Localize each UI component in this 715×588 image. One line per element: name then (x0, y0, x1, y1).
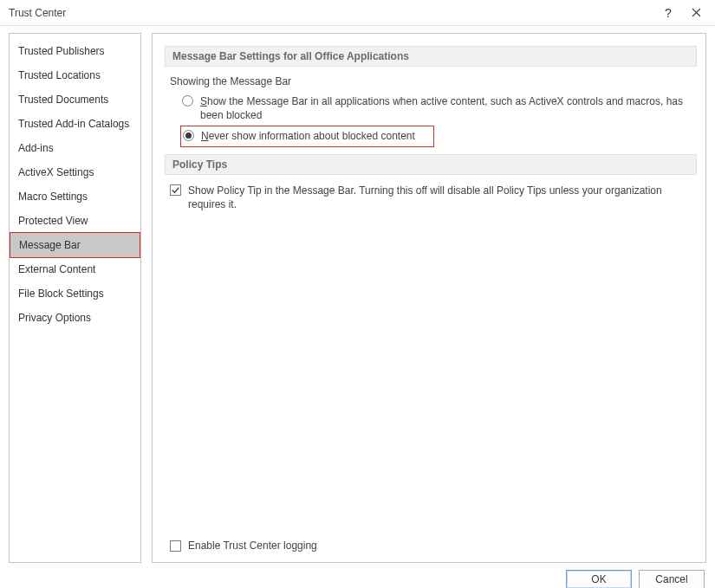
checkbox-show-policy-tip[interactable]: Show Policy Tip in the Message Bar. Turn… (170, 184, 697, 211)
close-icon (692, 6, 701, 20)
section-title: Policy Tips (172, 158, 227, 171)
help-icon: ? (665, 6, 672, 20)
button-label: Cancel (655, 573, 687, 585)
footer: OK Cancel (0, 563, 715, 588)
sidebar: Trusted Publishers Trusted Locations Tru… (9, 33, 141, 563)
checkbox-icon (170, 184, 181, 196)
dialog-body: Trusted Publishers Trusted Locations Tru… (0, 26, 715, 563)
sidebar-item-external-content[interactable]: External Content (10, 257, 140, 281)
checkbox-enable-logging[interactable]: Enable Trust Center logging (170, 540, 317, 552)
sidebar-item-label: Macro Settings (18, 191, 88, 203)
section-header-policy-tips: Policy Tips (165, 154, 697, 175)
sidebar-item-label: Trusted Add-in Catalogs (18, 118, 129, 130)
sidebar-item-file-block-settings[interactable]: File Block Settings (10, 281, 140, 306)
window-title: Trust Center (9, 7, 654, 19)
radio-never-show[interactable]: Never show information about blocked con… (183, 129, 430, 143)
sidebar-item-label: External Content (18, 263, 95, 275)
sidebar-item-trusted-locations[interactable]: Trusted Locations (10, 63, 140, 87)
sidebar-item-label: Protected View (18, 215, 88, 227)
checkbox-icon (170, 540, 181, 552)
sidebar-item-label: File Block Settings (18, 288, 104, 300)
sidebar-item-label: Trusted Documents (18, 94, 108, 106)
button-label: OK (591, 573, 606, 585)
radio-icon (183, 130, 194, 141)
radio-icon (182, 95, 193, 107)
ok-button[interactable]: OK (566, 570, 632, 588)
radio-label: Never show information about blocked con… (201, 129, 415, 143)
sidebar-item-label: Trusted Locations (18, 69, 101, 81)
title-bar: Trust Center ? (0, 0, 715, 26)
sidebar-item-addins[interactable]: Add-ins (10, 136, 140, 160)
radio-label: Show the Message Bar in all applications… (200, 94, 697, 122)
section-title: Message Bar Settings for all Office Appl… (172, 50, 409, 62)
sidebar-item-privacy-options[interactable]: Privacy Options (10, 306, 140, 330)
highlight-box: Never show information about blocked con… (180, 126, 434, 146)
sidebar-item-label: Message Bar (19, 239, 81, 251)
radio-show-message-bar[interactable]: Show the Message Bar in all applications… (182, 93, 697, 124)
sidebar-item-activex-settings[interactable]: ActiveX Settings (10, 160, 140, 184)
help-button[interactable]: ? (654, 1, 682, 25)
message-bar-subtitle: Showing the Message Bar (170, 75, 697, 87)
sidebar-item-label: Trusted Publishers (18, 45, 105, 57)
sidebar-item-label: ActiveX Settings (18, 166, 94, 178)
sidebar-item-trusted-addin-catalogs[interactable]: Trusted Add-in Catalogs (10, 112, 140, 136)
sidebar-item-protected-view[interactable]: Protected View (10, 209, 140, 233)
checkbox-label: Show Policy Tip in the Message Bar. Turn… (188, 184, 697, 211)
sidebar-item-trusted-publishers[interactable]: Trusted Publishers (10, 39, 140, 63)
sidebar-item-macro-settings[interactable]: Macro Settings (10, 184, 140, 209)
content-pane: Message Bar Settings for all Office Appl… (152, 33, 706, 563)
sidebar-item-message-bar[interactable]: Message Bar (10, 232, 140, 258)
sidebar-item-trusted-documents[interactable]: Trusted Documents (10, 87, 140, 112)
sidebar-item-label: Add-ins (18, 142, 54, 154)
checkbox-label: Enable Trust Center logging (188, 540, 317, 552)
close-button[interactable] (682, 1, 710, 25)
section-header-message-bar: Message Bar Settings for all Office Appl… (165, 46, 697, 67)
cancel-button[interactable]: Cancel (639, 570, 705, 588)
sidebar-item-label: Privacy Options (18, 312, 91, 324)
